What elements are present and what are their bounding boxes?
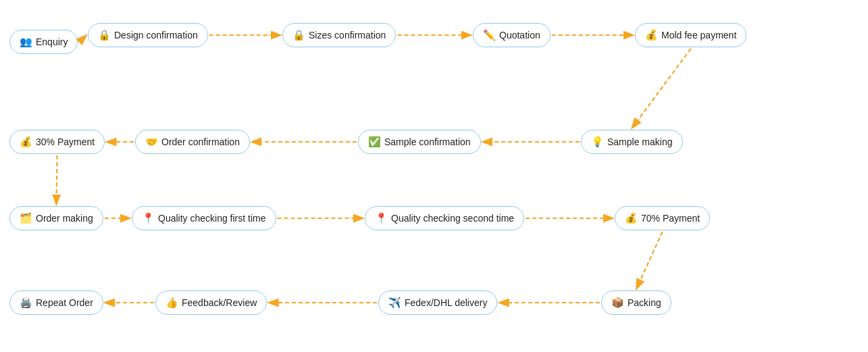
packing-icon: 📦	[611, 297, 624, 309]
node-mold: 💰 Mold fee payment	[635, 23, 746, 47]
node-quotation: ✏️ Quotation	[473, 23, 551, 47]
qc1-icon: 📍	[142, 212, 155, 224]
pay70-label: 70% Payment	[641, 213, 700, 224]
qc1-label: Quality checking first time	[158, 213, 266, 224]
node-ordermaking: 🗂️ Order making	[9, 206, 103, 230]
node-enquiry: 👥 Enquiry	[9, 30, 78, 54]
node-sampleconf: ✅ Sample confirmation	[358, 130, 481, 154]
orderconf-label: Order confirmation	[161, 136, 240, 147]
pay30-icon: 💰	[20, 136, 32, 148]
node-repeatorder: 🖨️ Repeat Order	[9, 291, 103, 315]
samplemaking-label: Sample making	[607, 136, 673, 147]
node-design: 🔒 Design confirmation	[88, 23, 208, 47]
node-samplemaking: 💡 Sample making	[581, 130, 683, 154]
fedex-label: Fedex/DHL delivery	[405, 297, 487, 308]
fedex-icon: ✈️	[388, 297, 401, 309]
ordermaking-label: Order making	[36, 213, 93, 224]
node-orderconf: 🤝 Order confirmation	[135, 130, 250, 154]
mold-label: Mold fee payment	[661, 30, 736, 41]
pay30-label: 30% Payment	[36, 136, 95, 147]
qc2-icon: 📍	[375, 212, 388, 224]
ordermaking-icon: 🗂️	[20, 212, 32, 224]
feedback-icon: 👍	[165, 297, 178, 309]
svg-line-9	[56, 155, 57, 205]
svg-line-13	[636, 232, 663, 289]
sampleconf-label: Sample confirmation	[384, 136, 471, 147]
pay70-icon: 💰	[625, 212, 638, 224]
repeatorder-icon: 🖨️	[20, 297, 32, 309]
samplemaking-icon: 💡	[591, 136, 604, 148]
node-70pay: 💰 70% Payment	[615, 206, 710, 230]
node-packing: 📦 Packing	[601, 291, 671, 315]
node-feedback: 👍 Feedback/Review	[155, 291, 267, 315]
orderconf-icon: 🤝	[145, 136, 158, 148]
node-sizes: 🔒 Sizes confirmation	[282, 23, 396, 47]
sampleconf-icon: ✅	[368, 136, 381, 148]
svg-line-1	[79, 35, 86, 42]
repeatorder-label: Repeat Order	[36, 297, 93, 308]
design-icon: 🔒	[98, 29, 111, 41]
node-fedex: ✈️ Fedex/DHL delivery	[378, 291, 497, 315]
enquiry-icon: 👥	[20, 36, 32, 48]
node-qc2: 📍 Quality checking second time	[365, 206, 524, 230]
flow-container: 👥 Enquiry 🔒 Design confirmation 🔒 Sizes …	[0, 0, 868, 352]
sizes-label: Sizes confirmation	[309, 30, 386, 41]
quotation-label: Quotation	[499, 30, 540, 41]
svg-line-5	[632, 49, 690, 128]
design-label: Design confirmation	[114, 30, 198, 41]
packing-label: Packing	[628, 297, 661, 308]
quotation-icon: ✏️	[483, 29, 496, 41]
feedback-label: Feedback/Review	[182, 297, 257, 308]
enquiry-label: Enquiry	[36, 36, 68, 47]
mold-icon: 💰	[645, 29, 658, 41]
node-qc1: 📍 Quality checking first time	[132, 206, 276, 230]
qc2-label: Quality checking second time	[391, 213, 514, 224]
sizes-icon: 🔒	[292, 29, 305, 41]
node-30pay: 💰 30% Payment	[9, 130, 105, 154]
